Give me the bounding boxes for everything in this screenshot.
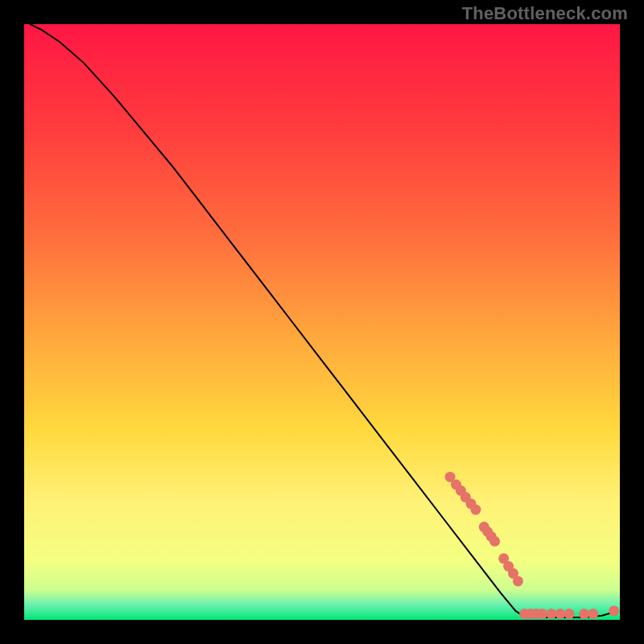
bottleneck-chart (24, 24, 620, 620)
highlight-dot (555, 609, 566, 619)
highlight-dot (609, 605, 619, 616)
highlight-dot (537, 609, 547, 619)
highlight-dot (489, 536, 500, 547)
chart-stage: TheBottleneck.com (0, 0, 644, 644)
highlight-dot (564, 609, 575, 619)
highlight-dot (546, 609, 556, 619)
watermark-text: TheBottleneck.com (462, 3, 628, 24)
highlight-dot (579, 609, 589, 619)
plot-background (24, 24, 620, 620)
highlight-dot (588, 609, 598, 619)
highlight-dot (470, 505, 481, 515)
highlight-dot (513, 576, 523, 586)
